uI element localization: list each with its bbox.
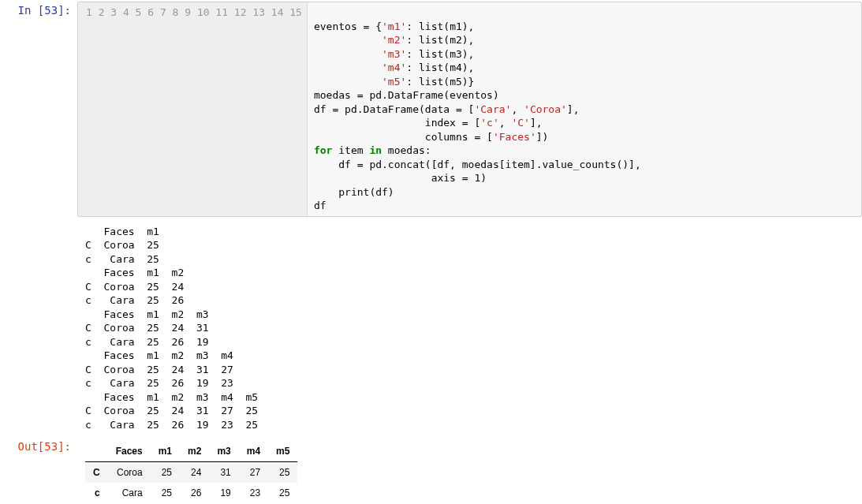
- stdout-cell: Faces m1 C Coroa 25 c Cara 25 Faces m1 m…: [0, 218, 862, 437]
- output-table-area: Faces m1 m2 m3 m4 m5 C Coroa 25 24 31 27…: [77, 438, 862, 504]
- col-header: [85, 441, 108, 462]
- input-cell: In [53]: 1 2 3 4 5 6 7 8 9 10 11 12 13 1…: [0, 0, 862, 218]
- row-index: c: [85, 483, 108, 503]
- stdout-text: Faces m1 C Coroa 25 c Cara 25 Faces m1 m…: [77, 220, 862, 435]
- output-cell: Out[53]: Faces m1 m2 m3 m4 m5 C Coroa 25: [0, 436, 862, 504]
- output-prompt: Out[53]:: [0, 438, 77, 504]
- code-editor[interactable]: 1 2 3 4 5 6 7 8 9 10 11 12 13 14 15 even…: [77, 2, 862, 217]
- line-gutter: 1 2 3 4 5 6 7 8 9 10 11 12 13 14 15: [78, 2, 308, 216]
- col-header: m3: [209, 441, 238, 462]
- dataframe-table: Faces m1 m2 m3 m4 m5 C Coroa 25 24 31 27…: [85, 441, 297, 503]
- cell: 25: [268, 462, 297, 483]
- cell: 23: [239, 483, 268, 503]
- cell: 19: [209, 483, 238, 503]
- table-row: c Cara 25 26 19 23 25: [85, 483, 297, 503]
- code-content[interactable]: eventos = {'m1': list(m1), 'm2': list(m2…: [308, 2, 861, 216]
- table-row: C Coroa 25 24 31 27 25: [85, 462, 297, 483]
- col-header: m2: [180, 441, 209, 462]
- cell: 25: [151, 462, 180, 483]
- row-index: C: [85, 462, 108, 483]
- cell: 24: [180, 462, 209, 483]
- input-prompt: In [53]:: [0, 2, 77, 217]
- col-header: m1: [151, 441, 180, 462]
- cell: 27: [239, 462, 268, 483]
- cell: 26: [180, 483, 209, 503]
- col-header: m4: [239, 441, 268, 462]
- cell: Coroa: [108, 462, 151, 483]
- cell: 31: [209, 462, 238, 483]
- empty-prompt: [0, 220, 77, 435]
- cell: 25: [151, 483, 180, 503]
- col-header: m5: [268, 441, 297, 462]
- table-header-row: Faces m1 m2 m3 m4 m5: [85, 441, 297, 462]
- cell: Cara: [108, 483, 151, 503]
- cell: 25: [268, 483, 297, 503]
- col-header: Faces: [108, 441, 151, 462]
